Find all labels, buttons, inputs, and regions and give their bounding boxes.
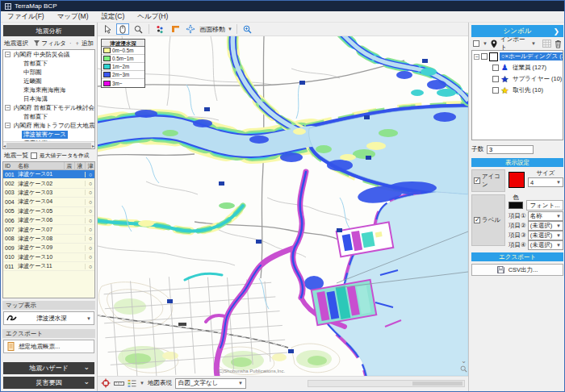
accordion-earthquake-hazard[interactable]: 地震ハザード	[3, 362, 94, 374]
table-row[interactable]: 006 津波ケース06 ○	[3, 216, 94, 225]
table-row[interactable]: 003 津波ケース03 ○	[3, 189, 94, 198]
layer-list-icon[interactable]	[128, 379, 136, 387]
symbol-tree-item[interactable]: ○×ホールディングス (3)	[472, 51, 563, 62]
tree-item-label[interactable]: 首都直下	[22, 113, 49, 121]
table-row[interactable]: 004 津波ケース04 ○	[3, 198, 94, 206]
table-row[interactable]: 001 津波ケース01 ○	[3, 170, 94, 179]
csv-export-button[interactable]: CSV出力...	[471, 264, 563, 276]
table-row[interactable]: 002 津波ケース02 ○	[3, 179, 94, 188]
tree-item-label[interactable]: 近畿圏	[22, 77, 44, 85]
tree-item[interactable]: 内閣府 首都直下モデル検討会	[3, 103, 94, 112]
symbol-item-label[interactable]: ○×ホールディングス (3)	[500, 52, 563, 60]
menu-file[interactable]: ファイル(F)	[7, 12, 44, 22]
tree-item-label[interactable]: 首都直下	[22, 60, 49, 68]
tree-item-label[interactable]: 内閣府 首都直下モデル検討会	[12, 104, 95, 112]
chevron-down-icon[interactable]	[228, 27, 232, 31]
trash-icon[interactable]	[555, 40, 562, 48]
symbol-points-tool[interactable]	[153, 23, 166, 35]
menu-help[interactable]: ヘルプ(H)	[137, 12, 168, 22]
table-row[interactable]: 005 津波ケース05 ○	[3, 207, 94, 216]
size-combo[interactable]: 4	[528, 177, 563, 187]
tree-item[interactable]: 首都直下	[3, 59, 94, 68]
icon-color-swatch[interactable]	[508, 172, 525, 188]
symbol-tree[interactable]: ○×ホールディングス (3) 従業員 (127) サプライヤー (10)	[471, 50, 563, 140]
layer-visibility-checkbox[interactable]	[492, 76, 499, 82]
tree-item[interactable]: 内閣府 南海トラフの巨大地震モデル検	[3, 121, 94, 130]
earthquake-source-tree[interactable]: 内閣府 中央防災会議 首都直下 中部圏 近畿圏	[2, 49, 95, 149]
label-color-swatch[interactable]	[508, 202, 523, 209]
tree-expander-icon[interactable]	[5, 52, 10, 57]
layer-visibility-checkbox[interactable]	[492, 87, 499, 94]
icon-checkbox[interactable]	[474, 177, 480, 184]
tree-item-label[interactable]: J-SHIS	[12, 148, 35, 149]
zoom-tool[interactable]	[132, 23, 144, 35]
tree-expander-icon[interactable]	[474, 54, 479, 60]
zoom-out-icon[interactable]	[460, 365, 467, 373]
scale-ruler-icon[interactable]	[114, 380, 124, 387]
map-display-combo[interactable]: 津波浸水深	[3, 311, 94, 325]
layer-visibility-checkbox[interactable]	[481, 53, 488, 60]
label-checkbox[interactable]	[474, 217, 480, 223]
collapse-arrow-icon[interactable]: ❯	[553, 27, 559, 35]
chevron-down-icon[interactable]	[483, 41, 488, 46]
symbol-tree-item[interactable]: サプライヤー (10)	[472, 73, 563, 85]
table-row[interactable]: 010 津波ケース10 ○	[3, 253, 94, 262]
zoom-extent-tool[interactable]	[241, 23, 254, 35]
location-pin-icon[interactable]	[491, 40, 497, 48]
area-select-tool[interactable]	[169, 23, 182, 35]
field-combo[interactable]: (未選択)	[528, 240, 563, 250]
tree-item-label[interactable]: 東海東南海南海	[22, 86, 68, 94]
add-button[interactable]: 追加	[82, 40, 94, 48]
symbol-tree-item[interactable]: 取引先 (10)	[472, 85, 563, 96]
center-crosshair-icon[interactable]	[101, 378, 111, 388]
select-cursor-tool[interactable]	[101, 23, 114, 35]
symbol-tree-item[interactable]: 従業員 (127)	[472, 62, 563, 73]
symbol-item-label[interactable]: 取引先 (10)	[511, 86, 545, 94]
max-data-checkbox[interactable]	[31, 152, 37, 159]
menu-settings[interactable]: 設定(C)	[102, 12, 125, 22]
tree-item[interactable]: 近畿圏	[3, 77, 94, 85]
tree-item[interactable]: 東海東南海南海	[3, 85, 94, 94]
tree-item[interactable]: 中部圏	[3, 68, 94, 77]
tree-expander-icon[interactable]	[5, 105, 10, 111]
pan-move-tool[interactable]	[184, 23, 197, 35]
scrollbar-thumb[interactable]	[412, 382, 462, 386]
chevron-down-icon[interactable]	[140, 381, 144, 386]
tree-item[interactable]: 日本海溝	[3, 94, 94, 103]
field-combo[interactable]: (未選択)	[528, 231, 563, 240]
child-count-input[interactable]	[487, 145, 534, 154]
table-row[interactable]: 011 津波ケース11 ○	[3, 262, 94, 271]
tree-expander-icon[interactable]	[5, 123, 10, 128]
chevron-down-icon[interactable]: ⌄	[461, 357, 467, 365]
font-button[interactable]: フォント...	[526, 200, 563, 211]
filter-button[interactable]: フィルタ	[41, 40, 66, 48]
tree-item-label[interactable]: 津波被害ケース	[22, 131, 68, 139]
chevron-down-icon[interactable]	[531, 41, 536, 46]
field-combo[interactable]: 名称	[528, 211, 563, 221]
tree-horizontal-scrollbar[interactable]: ◂▸	[3, 141, 94, 148]
table-row[interactable]: 007 津波ケース07 ○	[3, 225, 94, 234]
map-style-combo[interactable]: 白図_文字なし	[175, 378, 246, 389]
report-export-button[interactable]: 想定地震帳票...	[3, 340, 94, 353]
layer-visibility-checkbox[interactable]	[492, 65, 499, 71]
map-canvas[interactable]: 津波浸水深 0m~0.5m 0.5m~1m	[98, 36, 468, 376]
symbol-item-label[interactable]: サプライヤー (10)	[511, 75, 563, 83]
tree-item-label[interactable]: 中部圏	[22, 69, 44, 77]
pan-hand-tool[interactable]	[116, 23, 129, 35]
table-row[interactable]: 008 津波ケース08 ○	[3, 235, 94, 244]
map-side-controls[interactable]: ⌄	[460, 357, 467, 373]
tree-item-label[interactable]: 内閣府 南海トラフの巨大地震モデル検	[12, 122, 95, 130]
table-row[interactable]: 009 津波ケース09 ○	[3, 244, 94, 252]
table-grid-icon[interactable]	[542, 40, 551, 48]
tree-item-label[interactable]: 日本海溝	[22, 95, 49, 103]
menu-map[interactable]: マップ(M)	[57, 12, 89, 22]
tree-item-label[interactable]: 内閣府 中央防災会議	[12, 51, 72, 59]
tree-item[interactable]: 内閣府 中央防災会議	[3, 50, 94, 59]
field-combo[interactable]: (未選択)	[528, 221, 563, 231]
symbol-panel-header[interactable]: シンボル ❯	[471, 25, 563, 37]
tree-item[interactable]: 津波被害ケース	[3, 130, 94, 139]
select-all-checkbox[interactable]	[473, 40, 479, 47]
accordion-disaster-factor[interactable]: 災害要因	[3, 377, 94, 389]
tree-item[interactable]: 首都直下	[3, 112, 94, 121]
symbol-item-label[interactable]: 従業員 (127)	[511, 64, 548, 72]
